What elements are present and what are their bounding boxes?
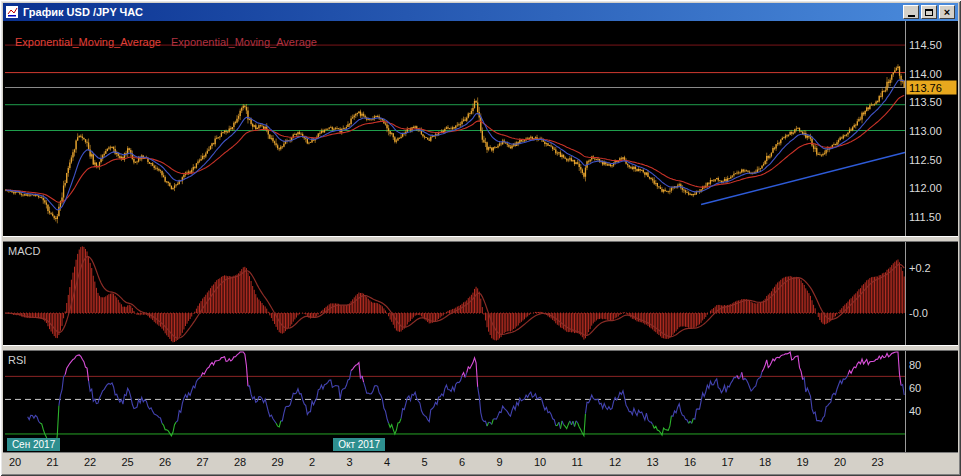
time-axis-day-label: 20 xyxy=(9,456,21,468)
time-axis-day-label: 23 xyxy=(872,456,884,468)
time-axis-day-label: 3 xyxy=(347,456,353,468)
rsi-line-segment xyxy=(248,386,276,423)
close-icon: × xyxy=(944,7,950,17)
rsi-line-segment xyxy=(478,387,487,426)
time-axis-day-label: 4 xyxy=(384,456,390,468)
rsi-line-segment xyxy=(89,381,162,424)
rsi-line-segment xyxy=(59,375,65,406)
rsi-line-segment xyxy=(65,355,88,381)
time-axis-day-label: 16 xyxy=(684,456,696,468)
rsi-line-segment xyxy=(28,415,41,423)
time-axis-day-label: 25 xyxy=(122,456,134,468)
rsi-line-segment xyxy=(364,382,389,423)
window-titlebar[interactable]: График USD /JPY ЧАС × xyxy=(3,3,958,21)
ema-fast-line xyxy=(6,80,904,210)
candlestick-series xyxy=(6,64,904,223)
rsi-line-segment xyxy=(401,376,462,422)
candle-bodies xyxy=(6,66,904,219)
time-axis-day-label: 20 xyxy=(834,456,846,468)
rsi-line-segment xyxy=(693,376,737,420)
time-axis-day-label: 21 xyxy=(47,456,59,468)
time-axis-day-label: 19 xyxy=(797,456,809,468)
month-badge-october: Окт 2017 xyxy=(333,438,385,451)
minimize-button[interactable] xyxy=(903,5,919,19)
rsi-line-segment xyxy=(564,421,570,429)
ema-indicator-label-2: Exponential_Moving_Average xyxy=(171,36,317,48)
window-controls: × xyxy=(903,5,955,19)
rsi-line-segment xyxy=(487,422,489,426)
rsi-line-segment xyxy=(556,422,559,425)
rsi-line-segment xyxy=(692,418,694,423)
ema-indicator-label-1: Exponential_Moving_Average xyxy=(15,36,161,48)
rsi-line-segment xyxy=(803,375,848,422)
indicator-overlay-labels: Exponential_Moving_Average Exponential_M… xyxy=(15,36,324,48)
month-badge-september: Сен 2017 xyxy=(7,438,60,451)
time-axis-day-label: 2 xyxy=(309,456,315,468)
rsi-levels xyxy=(5,376,905,434)
price-axis[interactable] xyxy=(906,21,958,453)
rsi-line-segment xyxy=(743,372,762,391)
trend-line xyxy=(701,152,906,204)
time-axis-day-label: 13 xyxy=(647,456,659,468)
time-axis-day-label: 6 xyxy=(459,456,465,468)
time-axis-day-label: 27 xyxy=(197,456,209,468)
rsi-line-segment xyxy=(492,419,494,424)
maximize-button[interactable] xyxy=(921,5,937,19)
candle-wicks xyxy=(6,64,904,223)
time-axis-day-label: 5 xyxy=(422,456,428,468)
macd-histogram xyxy=(6,246,904,342)
time-axis-day-label: 18 xyxy=(759,456,771,468)
rsi-line-segment xyxy=(467,358,478,387)
time-axis-day-label: 17 xyxy=(722,456,734,468)
rsi-line-segment xyxy=(901,385,904,395)
horizontal-levels xyxy=(5,45,905,130)
rsi-line-segment xyxy=(201,352,248,386)
chart-plot[interactable]: 114.50114.00113.50113.00112.50112.00111.… xyxy=(3,21,958,453)
time-axis-day-label: 22 xyxy=(84,456,96,468)
rsi-line-segment xyxy=(560,421,562,429)
rsi-line-segment xyxy=(576,421,578,423)
rsi-line-segment xyxy=(578,414,586,436)
rsi-line-segment xyxy=(585,391,652,425)
macd-panel-label: MACD xyxy=(8,245,40,257)
time-axis-day-label: 11 xyxy=(572,456,583,468)
time-axis-day-label: 10 xyxy=(534,456,546,468)
rsi-line-segment xyxy=(562,421,564,425)
chart-window: График USD /JPY ЧАС × 114.50114.00113.50… xyxy=(0,0,961,476)
chart-client-area: 114.50114.00113.50113.00112.50112.00111.… xyxy=(3,21,958,473)
time-axis-day-label: 29 xyxy=(272,456,284,468)
time-axis-day-label: 12 xyxy=(609,456,621,468)
ema-slow-line xyxy=(6,95,904,202)
close-button[interactable]: × xyxy=(939,5,955,19)
rsi-line-segment xyxy=(276,421,281,427)
time-axis-day-label: 28 xyxy=(234,456,246,468)
rsi-line-segment xyxy=(848,352,901,386)
rsi-panel-label: RSI xyxy=(8,354,26,366)
rsi-line-segment xyxy=(739,372,742,379)
rsi-line-segment xyxy=(281,370,351,420)
rsi-line-segment xyxy=(389,418,402,434)
rsi-line-segment xyxy=(671,404,688,424)
panel-splitter-main-macd[interactable] xyxy=(3,236,958,242)
rsi-line-segment xyxy=(575,421,577,427)
time-axis[interactable]: Сен 2017 Окт 2017 2021222526272829234569… xyxy=(3,452,958,473)
time-axis-day-label: 26 xyxy=(159,456,171,468)
maximize-icon xyxy=(925,9,933,16)
rsi-line-segment xyxy=(653,416,672,435)
window-chart-icon xyxy=(6,6,20,18)
window-title: График USD /JPY ЧАС xyxy=(23,3,903,21)
rsi-line-segment xyxy=(493,392,556,425)
rsi-line-segment xyxy=(762,352,803,380)
minimize-icon xyxy=(908,15,915,17)
panel-splitter-macd-rsi[interactable] xyxy=(3,345,958,351)
time-axis-day-label: 9 xyxy=(497,456,503,468)
rsi-line-segment xyxy=(742,372,744,380)
